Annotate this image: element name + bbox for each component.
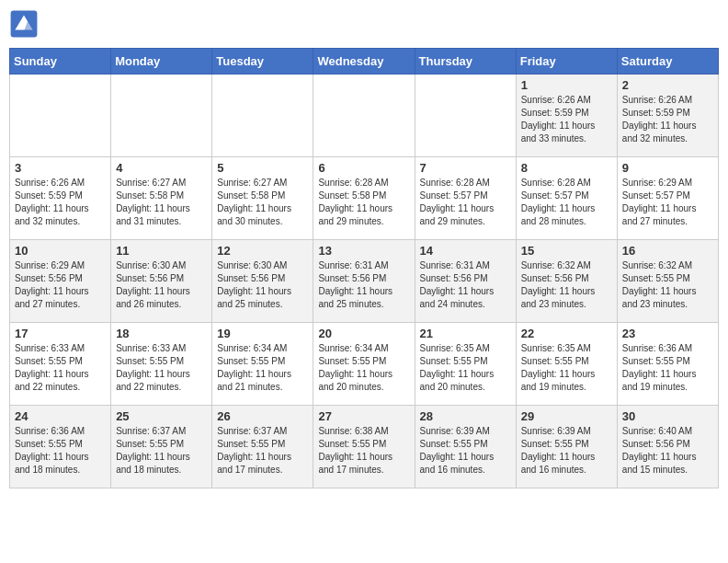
header-thursday: Thursday (415, 49, 516, 75)
day-number: 15 (521, 244, 612, 258)
day-cell: 17Sunrise: 6:33 AM Sunset: 5:55 PM Dayli… (10, 323, 111, 406)
day-cell: 18Sunrise: 6:33 AM Sunset: 5:55 PM Dayli… (111, 323, 212, 406)
week-row-1: 1Sunrise: 6:26 AM Sunset: 5:59 PM Daylig… (10, 75, 719, 157)
day-info: Sunrise: 6:28 AM Sunset: 5:57 PM Dayligh… (521, 177, 612, 228)
day-cell: 3Sunrise: 6:26 AM Sunset: 5:59 PM Daylig… (10, 157, 111, 240)
day-cell: 25Sunrise: 6:37 AM Sunset: 5:55 PM Dayli… (111, 406, 212, 488)
day-number: 30 (622, 409, 713, 423)
day-number: 8 (521, 161, 612, 175)
day-cell (212, 75, 313, 157)
day-cell: 6Sunrise: 6:28 AM Sunset: 5:58 PM Daylig… (313, 157, 415, 240)
day-number: 6 (318, 161, 409, 175)
day-cell: 8Sunrise: 6:28 AM Sunset: 5:57 PM Daylig… (516, 157, 617, 240)
day-number: 14 (420, 244, 511, 258)
day-info: Sunrise: 6:37 AM Sunset: 5:55 PM Dayligh… (217, 425, 308, 477)
day-number: 16 (622, 244, 713, 258)
day-info: Sunrise: 6:29 AM Sunset: 5:57 PM Dayligh… (622, 177, 713, 228)
header-monday: Monday (111, 49, 212, 75)
day-number: 11 (116, 244, 207, 258)
day-cell: 24Sunrise: 6:36 AM Sunset: 5:55 PM Dayli… (10, 406, 111, 488)
day-number: 19 (217, 327, 308, 340)
day-number: 17 (15, 327, 106, 340)
day-number: 20 (318, 327, 409, 340)
day-info: Sunrise: 6:35 AM Sunset: 5:55 PM Dayligh… (420, 342, 511, 394)
day-cell: 12Sunrise: 6:30 AM Sunset: 5:56 PM Dayli… (212, 240, 313, 323)
day-cell (313, 75, 415, 157)
page-header (9, 9, 719, 39)
day-number: 23 (622, 327, 713, 340)
day-number: 25 (116, 409, 207, 423)
day-info: Sunrise: 6:28 AM Sunset: 5:58 PM Dayligh… (318, 177, 409, 228)
header-friday: Friday (516, 49, 617, 75)
day-info: Sunrise: 6:34 AM Sunset: 5:55 PM Dayligh… (318, 342, 409, 394)
day-cell: 4Sunrise: 6:27 AM Sunset: 5:58 PM Daylig… (111, 157, 212, 240)
header-tuesday: Tuesday (212, 49, 313, 75)
header-saturday: Saturday (617, 49, 718, 75)
day-cell (111, 75, 212, 157)
day-info: Sunrise: 6:32 AM Sunset: 5:55 PM Dayligh… (622, 259, 713, 311)
day-cell: 7Sunrise: 6:28 AM Sunset: 5:57 PM Daylig… (415, 157, 516, 240)
day-info: Sunrise: 6:31 AM Sunset: 5:56 PM Dayligh… (318, 259, 409, 311)
day-info: Sunrise: 6:27 AM Sunset: 5:58 PM Dayligh… (116, 177, 207, 228)
day-number: 27 (318, 409, 409, 423)
day-cell: 15Sunrise: 6:32 AM Sunset: 5:56 PM Dayli… (516, 240, 617, 323)
day-cell: 13Sunrise: 6:31 AM Sunset: 5:56 PM Dayli… (313, 240, 415, 323)
logo-icon (9, 9, 39, 39)
day-info: Sunrise: 6:30 AM Sunset: 5:56 PM Dayligh… (217, 259, 308, 311)
day-cell: 30Sunrise: 6:40 AM Sunset: 5:56 PM Dayli… (617, 406, 718, 488)
week-row-4: 17Sunrise: 6:33 AM Sunset: 5:55 PM Dayli… (10, 323, 719, 406)
day-cell (10, 75, 111, 157)
day-info: Sunrise: 6:33 AM Sunset: 5:55 PM Dayligh… (116, 342, 207, 394)
day-info: Sunrise: 6:32 AM Sunset: 5:56 PM Dayligh… (521, 259, 612, 311)
day-number: 1 (521, 78, 612, 92)
day-number: 29 (521, 409, 612, 423)
day-cell: 2Sunrise: 6:26 AM Sunset: 5:59 PM Daylig… (617, 75, 718, 157)
day-cell: 23Sunrise: 6:36 AM Sunset: 5:55 PM Dayli… (617, 323, 718, 406)
day-number: 24 (15, 409, 106, 423)
day-cell: 19Sunrise: 6:34 AM Sunset: 5:55 PM Dayli… (212, 323, 313, 406)
day-info: Sunrise: 6:36 AM Sunset: 5:55 PM Dayligh… (622, 342, 713, 394)
calendar-header-row: SundayMondayTuesdayWednesdayThursdayFrid… (10, 49, 719, 75)
day-number: 4 (116, 161, 207, 175)
day-number: 9 (622, 161, 713, 175)
day-cell: 11Sunrise: 6:30 AM Sunset: 5:56 PM Dayli… (111, 240, 212, 323)
day-cell: 16Sunrise: 6:32 AM Sunset: 5:55 PM Dayli… (617, 240, 718, 323)
week-row-3: 10Sunrise: 6:29 AM Sunset: 5:56 PM Dayli… (10, 240, 719, 323)
day-info: Sunrise: 6:28 AM Sunset: 5:57 PM Dayligh… (420, 177, 511, 228)
day-cell: 5Sunrise: 6:27 AM Sunset: 5:58 PM Daylig… (212, 157, 313, 240)
day-info: Sunrise: 6:40 AM Sunset: 5:56 PM Dayligh… (622, 425, 713, 477)
day-cell: 14Sunrise: 6:31 AM Sunset: 5:56 PM Dayli… (415, 240, 516, 323)
day-number: 10 (15, 244, 106, 258)
day-number: 28 (420, 409, 511, 423)
header-sunday: Sunday (10, 49, 111, 75)
day-cell: 28Sunrise: 6:39 AM Sunset: 5:55 PM Dayli… (415, 406, 516, 488)
day-number: 21 (420, 327, 511, 340)
day-cell: 10Sunrise: 6:29 AM Sunset: 5:56 PM Dayli… (10, 240, 111, 323)
day-number: 26 (217, 409, 308, 423)
day-number: 2 (622, 78, 713, 92)
header-wednesday: Wednesday (313, 49, 415, 75)
day-cell: 22Sunrise: 6:35 AM Sunset: 5:55 PM Dayli… (516, 323, 617, 406)
day-info: Sunrise: 6:33 AM Sunset: 5:55 PM Dayligh… (15, 342, 106, 394)
day-cell (415, 75, 516, 157)
day-cell: 1Sunrise: 6:26 AM Sunset: 5:59 PM Daylig… (516, 75, 617, 157)
calendar-table: SundayMondayTuesdayWednesdayThursdayFrid… (9, 48, 719, 488)
week-row-2: 3Sunrise: 6:26 AM Sunset: 5:59 PM Daylig… (10, 157, 719, 240)
day-info: Sunrise: 6:29 AM Sunset: 5:56 PM Dayligh… (15, 259, 106, 311)
day-info: Sunrise: 6:31 AM Sunset: 5:56 PM Dayligh… (420, 259, 511, 311)
day-info: Sunrise: 6:30 AM Sunset: 5:56 PM Dayligh… (116, 259, 207, 311)
day-number: 13 (318, 244, 409, 258)
day-info: Sunrise: 6:34 AM Sunset: 5:55 PM Dayligh… (217, 342, 308, 394)
day-cell: 26Sunrise: 6:37 AM Sunset: 5:55 PM Dayli… (212, 406, 313, 488)
logo (9, 9, 42, 39)
day-cell: 27Sunrise: 6:38 AM Sunset: 5:55 PM Dayli… (313, 406, 415, 488)
day-cell: 21Sunrise: 6:35 AM Sunset: 5:55 PM Dayli… (415, 323, 516, 406)
day-number: 7 (420, 161, 511, 175)
day-info: Sunrise: 6:39 AM Sunset: 5:55 PM Dayligh… (521, 425, 612, 477)
day-cell: 9Sunrise: 6:29 AM Sunset: 5:57 PM Daylig… (617, 157, 718, 240)
day-info: Sunrise: 6:37 AM Sunset: 5:55 PM Dayligh… (116, 425, 207, 477)
day-cell: 29Sunrise: 6:39 AM Sunset: 5:55 PM Dayli… (516, 406, 617, 488)
day-info: Sunrise: 6:35 AM Sunset: 5:55 PM Dayligh… (521, 342, 612, 394)
day-number: 22 (521, 327, 612, 340)
day-number: 18 (116, 327, 207, 340)
